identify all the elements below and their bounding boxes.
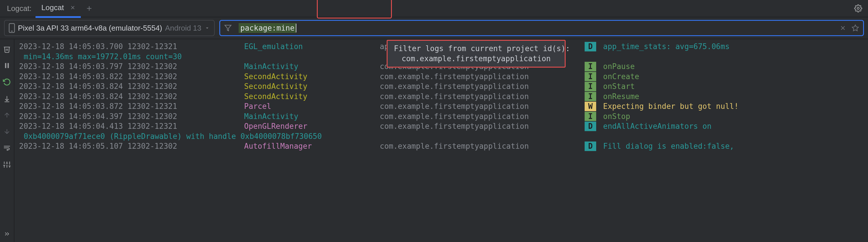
log-message: Fill dialog is enabled:false, <box>603 142 734 150</box>
tooltip-line1: Filter logs from current project id(s): <box>394 43 558 54</box>
log-message: onStart <box>603 82 635 91</box>
log-tag: SecondActivity <box>244 82 380 91</box>
titlebar: Logcat: Logcat × + <box>0 0 868 17</box>
log-message: Expecting binder but got null! <box>603 102 739 111</box>
main: Filter logs from current project id(s): … <box>0 39 868 242</box>
svg-marker-6 <box>852 25 859 31</box>
log-timestamp: 2023-12-18 14:05:03.824 12302-12302 <box>19 92 244 101</box>
log-message: onCreate <box>603 72 639 81</box>
device-os: Android 13 <box>165 24 202 33</box>
log-continuation: 0xb4000079af71ece0 (RippleDrawable) with… <box>19 131 868 142</box>
star-icon[interactable] <box>851 24 859 32</box>
log-timestamp: 2023-12-18 14:05:04.397 12302-12302 <box>19 112 244 121</box>
log-package: com.example.firstemptyapplication <box>380 122 585 131</box>
log-timestamp: 2023-12-18 14:05:03.797 12302-12302 <box>19 62 244 71</box>
log-level: I <box>585 62 596 71</box>
tooltip-line2: com.example.firstemptyapplication <box>394 54 558 64</box>
log-view[interactable]: Filter logs from current project id(s): … <box>14 39 868 242</box>
scroll-end-icon[interactable] <box>3 95 11 103</box>
next-icon[interactable] <box>3 128 11 135</box>
log-tag: OpenGLRenderer <box>244 122 380 131</box>
close-icon[interactable]: × <box>71 3 75 12</box>
log-package: com.example.firstemptyapplication <box>380 82 585 91</box>
log-package: com.example.firstemptyapplication <box>380 72 585 82</box>
log-package: com.example.firstemptyapplication <box>380 112 585 121</box>
log-package: com.example.firstemptyapplication <box>380 92 585 101</box>
trash-icon[interactable] <box>3 45 11 53</box>
pause-icon[interactable] <box>3 62 11 69</box>
chevron-down-icon <box>204 25 210 31</box>
log-tag: MainActivity <box>244 112 380 121</box>
filter-bar: Pixel 3a API 33 arm64-v8a (emulator-5554… <box>0 17 868 39</box>
tab-label: Logcat <box>41 3 64 12</box>
device-icon <box>9 23 15 33</box>
device-dropdown[interactable]: Pixel 3a API 33 arm64-v8a (emulator-5554… <box>4 20 215 36</box>
settings-sliders-icon[interactable] <box>3 160 11 169</box>
log-row[interactable]: 2023-12-18 14:05:03.822 12302-12302Secon… <box>19 71 868 82</box>
log-level: W <box>585 102 596 111</box>
funnel-icon <box>224 24 232 32</box>
log-row[interactable]: 2023-12-18 14:05:03.872 12302-12321Parce… <box>19 101 868 112</box>
log-timestamp: 2023-12-18 14:05:03.872 12302-12321 <box>19 102 244 111</box>
log-tag: Parcel <box>244 102 380 111</box>
log-message: app_time_stats: avg=675.06ms <box>603 42 730 51</box>
wrap-icon[interactable] <box>3 144 11 152</box>
log-timestamp: 2023-12-18 14:05:03.824 12302-12302 <box>19 82 244 91</box>
gutter <box>0 39 14 242</box>
log-level: D <box>585 42 596 52</box>
svg-rect-8 <box>7 63 9 68</box>
log-tag: MainActivity <box>244 62 380 71</box>
log-timestamp: 2023-12-18 14:05:03.700 12302-12321 <box>19 42 244 52</box>
log-timestamp: 2023-12-18 14:05:03.822 12302-12302 <box>19 72 244 82</box>
panel-title: Logcat: <box>3 4 35 13</box>
log-message: endAllActiveAnimators on <box>603 122 712 130</box>
log-tag: SecondActivity <box>244 92 380 101</box>
log-level: I <box>585 82 596 91</box>
log-level: I <box>585 92 596 101</box>
previous-icon[interactable] <box>3 112 11 119</box>
log-tag: EGL_emulation <box>244 42 380 52</box>
filter-text: package:mine <box>239 23 297 33</box>
log-level: D <box>585 142 596 151</box>
log-package: com.example.firstemptyapplication <box>380 102 585 111</box>
log-message: onPause <box>603 62 635 71</box>
log-row[interactable]: 2023-12-18 14:05:05.107 12302-12302Autof… <box>19 141 868 151</box>
log-row[interactable]: 2023-12-18 14:05:03.824 12302-12302Secon… <box>19 82 868 92</box>
log-tag: AutofillManager <box>244 142 380 151</box>
device-name: Pixel 3a API 33 arm64-v8a (emulator-5554… <box>18 24 162 33</box>
more-icon[interactable] <box>3 231 10 237</box>
log-tag: SecondActivity <box>244 72 380 82</box>
log-timestamp: 2023-12-18 14:05:04.413 12302-12321 <box>19 122 244 131</box>
filter-tooltip: Filter logs from current project id(s): … <box>387 40 566 67</box>
log-message: onStop <box>603 112 630 121</box>
log-message: onResume <box>603 92 639 101</box>
filter-input[interactable]: package:mine <box>219 20 864 36</box>
log-level: I <box>585 112 596 121</box>
svg-rect-7 <box>5 63 6 68</box>
tab-logcat[interactable]: Logcat × <box>35 0 81 18</box>
log-level: D <box>585 122 596 131</box>
log-level: I <box>585 72 596 82</box>
svg-marker-3 <box>225 25 231 31</box>
log-row[interactable]: 2023-12-18 14:05:04.413 12302-12321OpenG… <box>19 121 868 131</box>
clear-icon[interactable] <box>839 25 846 31</box>
add-tab-button[interactable]: + <box>81 3 98 14</box>
log-row[interactable]: 2023-12-18 14:05:03.824 12302-12302Secon… <box>19 92 868 102</box>
log-row[interactable]: 2023-12-18 14:05:04.397 12302-12302MainA… <box>19 112 868 122</box>
log-timestamp: 2023-12-18 14:05:05.107 12302-12302 <box>19 142 244 151</box>
restart-icon[interactable] <box>3 78 11 86</box>
gear-icon[interactable] <box>854 4 862 12</box>
log-package: com.example.firstemptyapplication <box>380 142 585 151</box>
svg-point-0 <box>857 7 859 9</box>
